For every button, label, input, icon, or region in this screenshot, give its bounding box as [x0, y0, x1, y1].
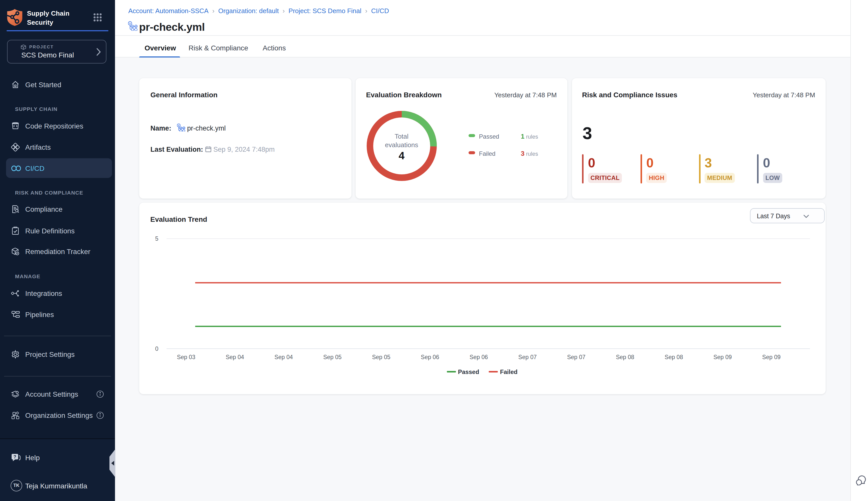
svg-text:Sep 07: Sep 07 [518, 354, 537, 360]
svg-text:Sep 09: Sep 09 [762, 354, 781, 360]
svg-text:0: 0 [155, 345, 158, 352]
svg-text:Sep 09: Sep 09 [713, 354, 732, 360]
svg-text:?: ? [14, 455, 17, 459]
svg-text:Sep 06: Sep 06 [470, 354, 488, 360]
svg-text:Sep 07: Sep 07 [567, 354, 586, 360]
svg-text:Sep 08: Sep 08 [616, 354, 634, 360]
svg-text:Sep 05: Sep 05 [372, 354, 390, 360]
svg-text:Sep 06: Sep 06 [421, 354, 439, 360]
svg-text:Sep 03: Sep 03 [177, 354, 196, 360]
svg-text:Sep 05: Sep 05 [323, 354, 342, 360]
svg-text:Sep 04: Sep 04 [274, 354, 293, 360]
svg-text:5: 5 [155, 235, 158, 242]
svg-text:Sep 04: Sep 04 [226, 354, 244, 360]
svg-text:Sep 08: Sep 08 [665, 354, 683, 360]
